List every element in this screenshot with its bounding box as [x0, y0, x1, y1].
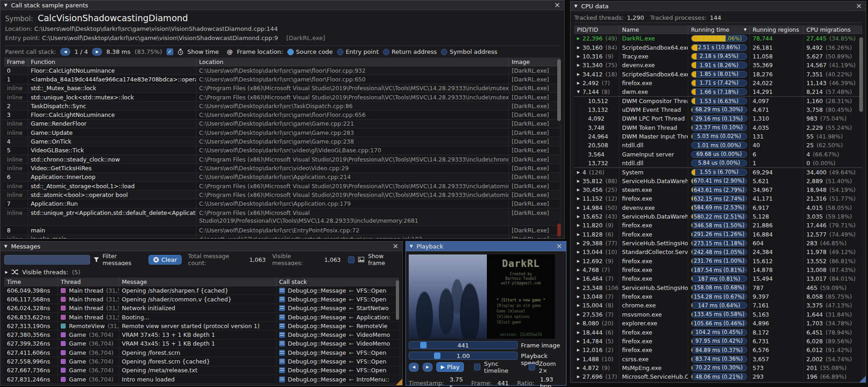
expand-icon[interactable]: ▶: [577, 232, 582, 237]
expand-icon[interactable]: ▶: [577, 241, 582, 245]
cpu-process-row[interactable]: ▶35,812(88)ServiceHub.DataWarehou670.41 …: [574, 177, 862, 185]
cpu-process-row[interactable]: ▶34,412(18)ScriptedSandbox64.exe1.85 s (…: [574, 69, 862, 78]
callstack-frame-row[interactable]: 8mainC:\Users\wolf\Desktop\darkrl\src\En…: [4, 226, 560, 235]
expand-icon[interactable]: ▶: [577, 375, 582, 379]
cpu-process-row[interactable]: ▼7,144(8)dwm.exe1.66 s (7.18%)14,2918,21…: [574, 87, 862, 96]
resize-grip[interactable]: [859, 376, 866, 382]
callstack-frame-row[interactable]: 0Floor::CalcLightNoLuminanceC:\Users\wol…: [4, 66, 560, 75]
expand-icon[interactable]: ▶: [577, 286, 582, 290]
radio-icon[interactable]: [441, 49, 447, 55]
callstack-titlebar[interactable]: ▼ Call stack sample parents ×: [0, 0, 564, 10]
col-running-regions[interactable]: Running regions: [750, 25, 804, 34]
filter-input[interactable]: [4, 255, 90, 265]
expand-icon[interactable]: ▶: [577, 63, 582, 67]
message-callstack[interactable]: DebugLog::Message←Application:: [276, 313, 399, 321]
message-callstack[interactable]: DebugLog::Message←VFS::Open: [276, 295, 399, 303]
col-callstack[interactable]: Call stack: [276, 277, 399, 286]
zoom-2x-checkbox[interactable]: [529, 364, 535, 370]
col-thread[interactable]: Thread: [58, 277, 119, 286]
cpu-process-row[interactable]: ▶11,828(6)firefox.exe291.26 ms (1.26%)16…: [574, 230, 862, 239]
cpu-process-row[interactable]: ▶1,488(10)csrss.exe83.74 ms (0.36%)3,657…: [574, 354, 862, 363]
next-callstack-button[interactable]: ▶: [92, 48, 102, 56]
collapse-icon[interactable]: ▼: [574, 4, 577, 8]
cpu-process-row[interactable]: ▶22,396(49)DarkRL.exe14.33 s (62.06%)78,…: [574, 34, 862, 43]
cpu-process-row[interactable]: ▶30,160(84)ScriptedSandbox64.exe2.51 s (…: [574, 43, 862, 52]
cpu-process-row[interactable]: ▶11,820(9)firefox.exe346.58 ms (1.50%)21…: [574, 221, 862, 230]
message-row[interactable]: 626,024,328nsMain thread(31,596)Network …: [4, 304, 399, 313]
messages-scrollbar-thumb[interactable]: [396, 280, 399, 320]
expand-icon[interactable]: ▶: [577, 277, 582, 281]
expand-icon[interactable]: ▼: [577, 90, 582, 94]
close-icon[interactable]: ×: [556, 243, 562, 249]
radio-return-address[interactable]: Return address: [383, 48, 437, 55]
speed-slider[interactable]: 1.00: [409, 352, 518, 360]
expand-icon[interactable]: ▶: [577, 348, 582, 352]
close-icon[interactable]: ×: [393, 243, 399, 249]
cpu-process-row[interactable]: ▶15,652(43)ServiceHub.DataWarehou580.22 …: [574, 212, 862, 221]
message-row[interactable]: 627,313,190nsRemoteView(31,392)Remote vi…: [4, 322, 399, 330]
message-row[interactable]: 627,380,356nsGame(36,704)VRAM 37x45: 13 …: [4, 330, 399, 339]
expand-icon[interactable]: ▶: [577, 206, 582, 210]
message-row[interactable]: 627,667,736nsGame(36,704)Opening /meta/r…: [4, 366, 399, 375]
cpu-process-row[interactable]: ▶18,444(6)firefox.exe104.2 ms (0.45%)8,1…: [574, 328, 862, 336]
col-frame[interactable]: Frame: [4, 58, 28, 66]
callstack-frame-row[interactable]: 5VideoGLBase::TickC:\Users\wolf\Desktop\…: [4, 146, 560, 155]
resize-grip[interactable]: [396, 379, 402, 385]
expand-icon[interactable]: ▶: [577, 250, 582, 254]
frame-slider[interactable]: 441: [409, 341, 518, 349]
visible-threads-row[interactable]: ▶ Visible threads: (5): [5, 267, 80, 277]
message-row[interactable]: 627,399,326nsGame(36,704)VRAM 43x45: 15 …: [4, 340, 399, 348]
expand-icon[interactable]: ▶: [577, 170, 582, 174]
cpu-process-row[interactable]: ▶14,984(50)devenv.exe584.69 ms (2.53%)6,…: [574, 203, 862, 212]
message-callstack[interactable]: DebugLog::Message←IntroMenu::: [276, 375, 399, 383]
expand-icon[interactable]: ▶: [577, 36, 582, 40]
cpu-process-row[interactable]: ▶13,048(7)firefox.exe154.28 ms (0.67%)9,…: [574, 292, 862, 301]
callstack-scrollbar-thumb[interactable]: [557, 59, 561, 121]
message-callstack[interactable]: DebugLog::Message←VideoMemo: [276, 330, 399, 339]
col-time[interactable]: Time: [4, 277, 58, 286]
cpu-process-row[interactable]: ▶30,456(25)steam.exe643.61 ms (2.79%)34,…: [574, 185, 862, 194]
cpu-process-row[interactable]: ▶31,340(75)devenv.exe1.91 s (8.26%)35,36…: [574, 61, 862, 69]
cpu-process-row[interactable]: ▶4,872(9)MsMpEng.exe70.22 ms (0.30%)5732…: [574, 364, 862, 372]
cpu-process-row[interactable]: ▶4,768(7)firefox.exe187.54 ms (0.81%)14,…: [574, 266, 862, 274]
callstack-frame-row[interactable]: 4Game::OnTickC:\Users\wolf\Desktop\darkr…: [4, 137, 560, 146]
expand-icon[interactable]: ▶: [577, 196, 582, 201]
message-callstack[interactable]: DebugLog::Message←VFS::Open: [276, 357, 399, 365]
clear-button[interactable]: Clear: [148, 255, 182, 265]
cpu-process-row[interactable]: ▶10,316(9)Tracy.exe2.18 s (9.45%)11,0585…: [574, 52, 862, 61]
callstack-frame-row[interactable]: inlineinvoke_maind:\agent\_work\63\s\src…: [4, 235, 560, 238]
col-pid[interactable]: PID/TID: [574, 25, 619, 34]
collapse-icon[interactable]: ▼: [4, 244, 7, 248]
col-cpu-migrations[interactable]: CPU migrations: [804, 25, 862, 34]
expand-icon[interactable]: ▶: [577, 303, 582, 307]
expand-icon[interactable]: ▶: [577, 54, 582, 58]
expand-icon[interactable]: ▶: [577, 268, 582, 272]
expand-icon[interactable]: ▶: [577, 188, 582, 192]
callstack-frame-row[interactable]: 1<lambda_84a19dc444fae966ca174e83e708bdc…: [4, 75, 560, 84]
cpu-thread-row[interactable]: 13,132uDWM Event Thread68.29 ms (0.30%)4…: [574, 105, 862, 114]
callstack-frame-row[interactable]: 7Application::RunC:\Users\wolf\Desktop\d…: [4, 199, 560, 208]
callstack-frame-row[interactable]: inlinestd::_Atomic_storage<bool,1>::load…: [4, 182, 560, 191]
expand-icon[interactable]: ▶: [577, 214, 582, 219]
cpu-process-row[interactable]: ▶13,044(10)StandardCollector.Servic242.4…: [574, 248, 862, 256]
cpu-process-row[interactable]: ▶15,004(8)chrome.exe147 ms (0.64%)7,1613…: [574, 301, 862, 310]
cpu-process-row[interactable]: ▶8,080(20)explorer.exe105.66 ms (0.46%)4…: [574, 319, 862, 328]
callstack-frame-row[interactable]: inlinestd::_Mutex_base::lockC:\Program F…: [4, 84, 560, 93]
message-row[interactable]: 606,117,568nsMain thread(31,596)Opening …: [4, 295, 399, 304]
cpu-process-row[interactable]: ▶29,388(77)ServiceHub.SettingsHost273.15…: [574, 239, 862, 248]
col-message[interactable]: Message: [119, 277, 276, 286]
callstack-frame-row[interactable]: inlineVideo::GetTicksHiResC:\Users\wolf\…: [4, 164, 560, 173]
expand-icon[interactable]: ▶: [577, 81, 582, 85]
expand-icon[interactable]: ▶: [577, 366, 582, 370]
message-callstack[interactable]: DebugLog::Message←StartNetwo: [276, 304, 399, 312]
cpu-process-row[interactable]: ▶11,152(12)firefox.exe632.15 ms (2.74%)4…: [574, 194, 862, 203]
prev-callstack-button[interactable]: ◀: [60, 48, 70, 56]
cpu-process-row[interactable]: ▶14,784(5)firefox.exe97.95 ms (0.42%)6,7…: [574, 337, 862, 346]
radio-symbol-address[interactable]: Symbol address: [441, 48, 497, 55]
expand-icon[interactable]: ▶: [577, 357, 582, 361]
expand-icon[interactable]: ▶: [577, 330, 582, 335]
col-running-time[interactable]: Running time▼: [688, 25, 750, 34]
message-row[interactable]: 627,558,996nsGame(36,704)Opening /forest…: [4, 357, 399, 366]
expand-icon[interactable]: ▶: [577, 339, 582, 343]
col-name[interactable]: Name: [619, 25, 688, 34]
